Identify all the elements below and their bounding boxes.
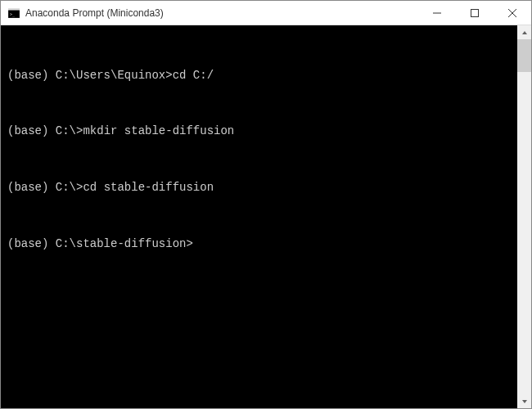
svg-marker-8 [522,400,527,403]
window-controls [418,1,531,25]
titlebar[interactable]: >_ Anaconda Prompt (Miniconda3) [1,1,531,25]
scroll-track[interactable] [517,39,531,394]
prompt: (base) C:\> [7,124,83,137]
prompt: (base) C:\stable-diffusion> [7,237,193,250]
svg-text:>_: >_ [10,11,16,17]
terminal-line: (base) C:\Users\Equinox>cd C:/ [7,63,511,88]
maximize-button[interactable] [456,1,494,25]
minimize-button[interactable] [418,1,456,25]
chevron-down-icon [521,398,528,405]
close-icon [508,9,516,17]
cursor [193,238,200,250]
window-title: Anaconda Prompt (Miniconda3) [25,7,418,19]
terminal-window: >_ Anaconda Prompt (Miniconda3) (base) C… [0,0,532,409]
close-button[interactable] [494,1,531,25]
scroll-thumb[interactable] [517,39,531,72]
vertical-scrollbar[interactable] [517,25,531,408]
command: cd C:/ [173,69,214,82]
scroll-down-button[interactable] [517,394,531,408]
terminal-line: (base) C:\>cd stable-diffusion [7,175,511,200]
maximize-icon [471,9,479,17]
prompt: (base) C:\Users\Equinox> [7,69,173,82]
chevron-up-icon [521,29,528,36]
command: cd stable-diffusion [83,181,214,194]
svg-rect-4 [471,9,479,16]
command: mkdir stable-diffusion [83,124,234,137]
terminal-line: (base) C:\>mkdir stable-diffusion [7,119,511,144]
svg-marker-7 [522,31,527,34]
terminal-icon: >_ [7,7,20,20]
minimize-icon [433,9,441,17]
content-area: (base) C:\Users\Equinox>cd C:/ (base) C:… [1,25,531,408]
terminal-line: (base) C:\stable-diffusion> [7,231,511,257]
scroll-up-button[interactable] [517,25,531,39]
terminal-output[interactable]: (base) C:\Users\Equinox>cd C:/ (base) C:… [1,25,517,408]
svg-rect-1 [8,8,20,11]
prompt: (base) C:\> [7,181,83,194]
